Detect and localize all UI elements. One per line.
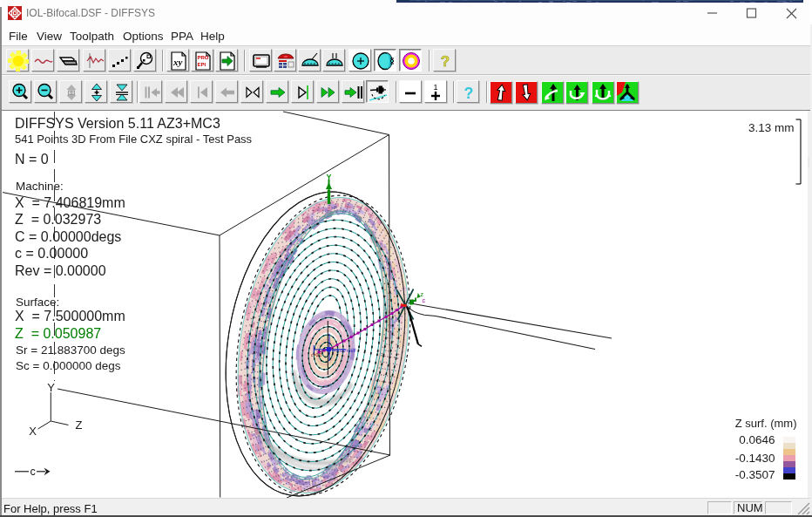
svg-text:c = 0.00000: c = 0.00000 xyxy=(15,246,88,261)
svg-text:Z = 0.032973: Z = 0.032973 xyxy=(15,212,101,227)
svg-text:Z = 0.050987: Z = 0.050987 xyxy=(15,326,101,341)
svg-text:C = 0.00000degs: C = 0.00000degs xyxy=(15,229,121,244)
svg-text:c: c xyxy=(30,466,36,478)
svg-text:Z: Z xyxy=(76,418,83,432)
svg-text:Z surf. (mm): Z surf. (mm) xyxy=(735,417,797,430)
svg-text:t=0.00 muF: t=0.00 muF xyxy=(332,348,357,353)
svg-text:541 Points 3D From File CXZ sp: 541 Points 3D From File CXZ spiral - Tes… xyxy=(15,133,253,146)
svg-text:N = 0: N = 0 xyxy=(15,152,49,167)
svg-text:Machine:: Machine: xyxy=(16,180,64,193)
svg-text:X = 7.406819mm: X = 7.406819mm xyxy=(15,195,125,210)
svg-text:Y: Y xyxy=(47,381,55,394)
svg-text:Sr = 21.883700 degs: Sr = 21.883700 degs xyxy=(16,344,125,357)
svg-text:-0.1430: -0.1430 xyxy=(735,452,775,465)
svg-text:1: 1 xyxy=(433,83,437,92)
svg-text:Sc = 0.000000 degs: Sc = 0.000000 degs xyxy=(16,359,121,372)
svg-text:0: 0 xyxy=(70,90,72,95)
svg-text:c: c xyxy=(423,297,426,303)
svg-text:-0.3507: -0.3507 xyxy=(735,468,775,481)
svg-text:X: X xyxy=(29,425,37,438)
svg-text:0.0646: 0.0646 xyxy=(739,433,775,446)
svg-text:c=0.0: c=0.0 xyxy=(311,352,322,357)
svg-text:?: ? xyxy=(441,53,450,70)
svg-text:Surface:: Surface: xyxy=(16,296,59,309)
svg-text:Y: Y xyxy=(326,173,331,181)
svg-text:Rev = 0.00000: Rev = 0.00000 xyxy=(15,263,106,278)
svg-text:3.13 mm: 3.13 mm xyxy=(748,121,795,134)
svg-text:z: z xyxy=(421,291,424,297)
svg-text:xy: xy xyxy=(173,57,183,67)
svg-text:EPI: EPI xyxy=(198,62,206,67)
svg-text:?: ? xyxy=(464,85,474,102)
svg-text:X = 7.500000mm: X = 7.500000mm xyxy=(15,309,125,323)
svg-text:DIFFSYS Version 5.11 AZ3+MC3: DIFFSYS Version 5.11 AZ3+MC3 xyxy=(15,116,220,131)
svg-text:PRO: PRO xyxy=(198,55,209,60)
